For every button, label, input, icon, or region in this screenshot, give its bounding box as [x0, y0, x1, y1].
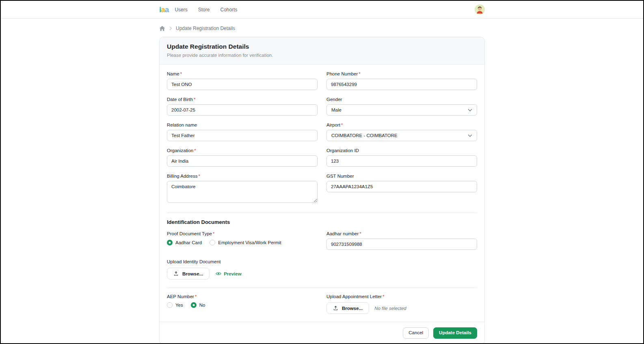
eye-icon: [216, 271, 221, 276]
appointment-browse-button[interactable]: Browse...: [326, 302, 369, 314]
field-dob: Date of Birth*: [167, 97, 318, 116]
chevron-right-icon: [169, 26, 172, 30]
radio-aep-no[interactable]: No: [191, 302, 205, 308]
dob-label: Date of Birth*: [167, 97, 318, 102]
field-phone: Phone Number*: [326, 71, 477, 90]
radio-employment-visa[interactable]: Employment Visa/Work Permit: [210, 240, 281, 245]
app-logo[interactable]: iaa: [159, 6, 169, 13]
field-gst: GST Number: [326, 174, 477, 192]
radio-label: No: [199, 303, 205, 307]
aadhar-number-label: Aadhar number*: [326, 231, 477, 236]
field-relation: Relation name: [167, 123, 318, 141]
billing-address-textarea[interactable]: Coimbatore: [167, 181, 318, 203]
field-upload-appointment-letter: Upload Appointment Letter* Browse... No …: [326, 294, 477, 314]
identification-grid: Proof Document Type* Aadhar Card Employm…: [167, 231, 477, 280]
gender-select[interactable]: Male: [326, 104, 477, 116]
radio-aep-yes[interactable]: Yes: [167, 302, 183, 308]
field-proof-document-type: Proof Document Type* Aadhar Card Employm…: [167, 231, 318, 245]
required-asterisk: *: [359, 231, 361, 236]
card-footer: Cancel Update Details: [160, 322, 484, 344]
radio-selected-icon: [191, 302, 197, 308]
radio-unselected-icon: [210, 240, 215, 245]
upload-appointment-letter-label: Upload Appointment Letter*: [326, 294, 477, 299]
radio-aadhar-card[interactable]: Aadhar Card: [167, 240, 202, 245]
field-organization: Organization*: [167, 148, 318, 167]
relation-label: Relation name: [167, 123, 318, 127]
airport-selected-value: COIMBATORE - COIMBATORE: [331, 133, 398, 138]
required-asterisk: *: [198, 174, 200, 178]
app-viewport: iaa Users Store Cohorts Update Registrat…: [0, 0, 644, 344]
billing-address-label: Billing Address*: [167, 174, 318, 178]
gst-input[interactable]: [326, 181, 477, 192]
airport-select[interactable]: COIMBATORE - COIMBATORE: [326, 130, 477, 141]
upload-icon: [173, 271, 179, 276]
nav-link-users[interactable]: Users: [175, 7, 187, 13]
required-asterisk: *: [383, 294, 384, 299]
name-input[interactable]: [167, 79, 318, 90]
cancel-button[interactable]: Cancel: [403, 327, 429, 339]
required-asterisk: *: [213, 231, 214, 236]
aep-radio-group: Yes No: [167, 302, 318, 308]
gender-selected-value: Male: [331, 108, 341, 112]
identification-documents-heading: Identification Documents: [167, 219, 477, 225]
upload-identity-document-label: Upload Identity Document: [167, 259, 318, 264]
phone-label: Phone Number*: [326, 71, 477, 76]
aep-grid: AEP Number* Yes No Upload Appointment L: [167, 294, 477, 314]
top-navbar: iaa Users Store Cohorts: [1, 1, 643, 19]
required-asterisk: *: [359, 71, 360, 76]
radio-selected-icon: [167, 240, 173, 245]
user-avatar[interactable]: [475, 4, 485, 15]
dob-input[interactable]: [167, 104, 318, 116]
radio-label: Yes: [175, 303, 183, 307]
aadhar-number-input[interactable]: [326, 239, 477, 250]
breadcrumb-current: Update Registration Details: [176, 26, 235, 31]
field-billing-address: Billing Address* Coimbatore: [167, 174, 318, 204]
nav-link-cohorts[interactable]: Cohorts: [220, 7, 237, 13]
field-org-id: Organization ID: [326, 148, 477, 167]
gst-label: GST Number: [326, 174, 477, 178]
required-asterisk: *: [180, 71, 182, 76]
avatar-person-icon: [475, 4, 485, 15]
home-icon[interactable]: [159, 26, 165, 31]
no-file-selected-text: No file selected: [374, 306, 406, 311]
org-id-input[interactable]: [326, 155, 477, 167]
field-airport: Airport* COIMBATORE - COIMBATORE: [326, 123, 477, 141]
radio-unselected-icon: [167, 302, 173, 308]
required-asterisk: *: [194, 148, 196, 153]
required-asterisk: *: [341, 123, 343, 127]
gender-label: Gender: [326, 97, 477, 102]
aep-number-label: AEP Number*: [167, 294, 318, 299]
card-header: Update Registration Details Please provi…: [160, 37, 484, 64]
update-details-button[interactable]: Update Details: [433, 327, 477, 339]
card-body: Name* Phone Number* Date of Birth* Gende…: [160, 64, 484, 344]
organization-label: Organization*: [167, 148, 318, 153]
proof-document-type-label: Proof Document Type*: [167, 231, 318, 236]
breadcrumb: Update Registration Details: [159, 26, 485, 31]
details-grid: Name* Phone Number* Date of Birth* Gende…: [167, 71, 477, 204]
org-id-label: Organization ID: [326, 148, 477, 153]
logo-letter: a: [161, 5, 165, 14]
required-asterisk: *: [195, 294, 197, 299]
upload-icon: [333, 305, 338, 311]
nav-link-store[interactable]: Store: [198, 7, 210, 13]
proof-type-radio-group: Aadhar Card Employment Visa/Work Permit: [167, 240, 318, 245]
page-subtitle: Please provide accurate information for …: [167, 53, 477, 58]
update-registration-card: Update Registration Details Please provi…: [159, 37, 485, 344]
field-upload-identity-document: Upload Identity Document Browse... Previ…: [167, 259, 318, 280]
section-divider: [167, 213, 477, 213]
section-divider: [167, 288, 477, 288]
identity-browse-button[interactable]: Browse...: [167, 268, 210, 280]
page-title: Update Registration Details: [167, 43, 477, 50]
field-name: Name*: [167, 71, 318, 90]
radio-label: Aadhar Card: [175, 240, 202, 245]
field-aadhar-number: Aadhar number*: [326, 231, 477, 250]
relation-input[interactable]: [167, 130, 318, 141]
chevron-down-icon: [468, 134, 472, 137]
phone-input[interactable]: [326, 79, 477, 90]
preview-link[interactable]: Preview: [216, 271, 241, 276]
radio-label: Employment Visa/Work Permit: [218, 240, 281, 245]
field-aep-number: AEP Number* Yes No: [167, 294, 318, 308]
logo-letter: a: [165, 5, 169, 14]
organization-input[interactable]: [167, 155, 318, 167]
airport-label: Airport*: [326, 123, 477, 127]
